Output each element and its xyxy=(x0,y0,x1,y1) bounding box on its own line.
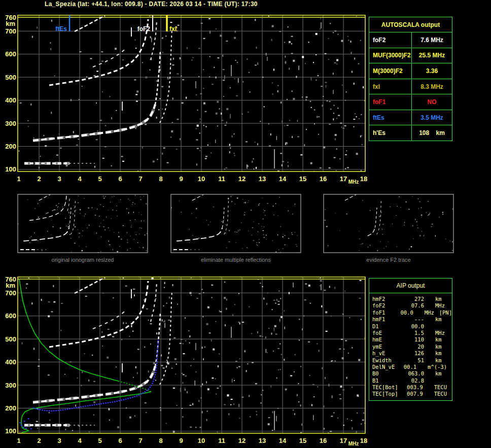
aip-unit: TECU xyxy=(434,391,447,397)
svg-text:500: 500 xyxy=(5,335,16,343)
aip-row-hmf2: hmF2272km xyxy=(372,296,452,302)
aip-name: TEC[Top] xyxy=(372,391,403,397)
aip-row-hve: h_vE126km xyxy=(372,350,452,357)
aip-name: Ewidth xyxy=(372,357,404,364)
svg-text:4: 4 xyxy=(78,437,82,444)
aip-row-foe: foE1.5MHz xyxy=(372,330,452,336)
svg-text:14: 14 xyxy=(279,437,287,444)
chart-border xyxy=(18,15,365,171)
aip-name: foF2 xyxy=(372,302,404,309)
svg-text:600: 600 xyxy=(5,312,16,320)
aip-unit: km xyxy=(435,370,442,377)
svg-text:300: 300 xyxy=(5,120,16,127)
svg-text:3: 3 xyxy=(57,437,61,444)
aip-value: 007.9 xyxy=(403,391,423,397)
aip-row-b1: B102.8 xyxy=(372,377,452,384)
autoscala-row-fof2: foF27.6 MHz xyxy=(369,32,452,48)
autoscala-row-label: M(3000)F2 xyxy=(369,63,412,79)
svg-text:12: 12 xyxy=(238,437,246,444)
aip-table-rows: hmF2272kmfoF207.6MHzfoF100.0MHz[PN]hmF1-… xyxy=(369,293,452,400)
svg-text:15: 15 xyxy=(299,437,306,444)
svg-text:10: 10 xyxy=(198,437,205,444)
aip-value: 1.5 xyxy=(404,330,424,336)
svg-text:2: 2 xyxy=(37,175,41,183)
y-axis-labels: 760700600500400300200100km xyxy=(5,275,16,435)
mini-panel-2 xyxy=(171,194,301,253)
svg-text:400: 400 xyxy=(5,96,16,104)
autoscala-row-m3000f2: M(3000)F23.36 xyxy=(369,63,452,79)
chart-border xyxy=(18,277,365,433)
aip-unit: km xyxy=(435,296,442,302)
autoscala-row-value: 25.5 MHz xyxy=(412,48,452,63)
svg-text:18: 18 xyxy=(360,437,367,444)
svg-text:13: 13 xyxy=(259,437,266,444)
aip-row-fof1: foF100.0MHz[PN] xyxy=(372,309,452,316)
x-axis-labels: 123456789101112131415161718MHz xyxy=(17,175,367,185)
aip-value: 00.1 xyxy=(399,364,416,370)
svg-text:km: km xyxy=(6,282,15,289)
aip-name: TEC[Bot] xyxy=(372,384,403,391)
svg-text:18: 18 xyxy=(360,175,367,183)
aip-row-fof2: foF207.6MHz xyxy=(372,302,452,309)
aip-name: D1 xyxy=(372,323,404,330)
autoscala-row-value: NO xyxy=(412,94,452,110)
svg-text:100: 100 xyxy=(5,165,16,173)
aip-name: h_vE xyxy=(372,350,404,357)
aip-value: 07.6 xyxy=(404,302,424,309)
autoscala-table-header: AUTOSCALA output xyxy=(369,17,452,32)
y-axis-labels: 760700600500400300200100km xyxy=(5,14,16,174)
autoscala-app-window: La_Spezia (lat: +44.1, lon: 009.8) - DAT… xyxy=(0,0,491,448)
autoscala-row-value: 3.5 MHz xyxy=(412,110,452,125)
autoscala-row-label: ftEs xyxy=(369,110,412,125)
autoscala-row-hes: h'Es108 km xyxy=(369,125,452,141)
svg-text:MHz: MHz xyxy=(348,179,359,185)
marker-label-ftes: ftEs xyxy=(55,25,67,32)
aip-output-table: AIP output hmF2272kmfoF207.6MHzfoF100.0M… xyxy=(369,278,452,401)
aip-row-ewidth: Ewidth51km xyxy=(372,357,452,364)
aip-unit: TECU xyxy=(434,384,447,391)
autoscala-row-label: h'Es xyxy=(369,125,412,141)
svg-text:600: 600 xyxy=(5,50,16,58)
svg-text:100: 100 xyxy=(5,427,16,435)
aip-row-tectop: TEC[Top]007.9TECU xyxy=(372,391,452,397)
aip-name: B0 xyxy=(372,370,404,377)
aip-name: ymE xyxy=(372,343,404,350)
aip-value: 063.0 xyxy=(404,370,424,377)
autoscala-row-label: foF2 xyxy=(369,32,412,48)
aip-name: hmF2 xyxy=(372,296,404,302)
autoscala-row-muf3000f2: MUF(3000)F225.5 MHz xyxy=(369,48,452,64)
autoscala-row-value: 8.3 MHz xyxy=(412,79,452,94)
svg-text:400: 400 xyxy=(5,358,16,366)
svg-text:17: 17 xyxy=(340,437,347,444)
svg-text:5: 5 xyxy=(98,437,101,444)
svg-text:1: 1 xyxy=(17,175,20,183)
autoscala-row-label: fxI xyxy=(369,79,412,94)
aip-unit: km xyxy=(435,343,442,350)
aip-value: 00.0 xyxy=(404,323,424,330)
autoscala-row-label: MUF(3000)F2 xyxy=(369,48,412,63)
svg-text:11: 11 xyxy=(218,175,225,183)
aip-value: 126 xyxy=(404,350,424,357)
aip-value: 003.9 xyxy=(403,384,423,391)
svg-text:200: 200 xyxy=(5,143,16,150)
svg-text:16: 16 xyxy=(320,175,327,183)
svg-text:12: 12 xyxy=(238,175,246,183)
aip-value: 110 xyxy=(404,336,424,343)
svg-text:6: 6 xyxy=(118,437,122,444)
svg-text:6: 6 xyxy=(118,175,122,183)
mini-panel-3 xyxy=(324,194,453,253)
aip-unit: km xyxy=(435,316,442,323)
svg-text:MHz: MHz xyxy=(348,441,359,446)
svg-text:700: 700 xyxy=(5,289,16,297)
svg-text:16: 16 xyxy=(320,437,327,444)
panel-caption-eliminate: eliminate multiple reflections xyxy=(170,257,302,263)
aip-value: 20 xyxy=(404,343,424,350)
svg-text:15: 15 xyxy=(299,175,306,183)
svg-text:200: 200 xyxy=(5,404,16,412)
aip-value: 02.8 xyxy=(404,377,424,384)
marker-label-fxi: fxI xyxy=(169,25,177,32)
aip-name: foE xyxy=(372,330,404,336)
svg-text:7: 7 xyxy=(138,175,142,183)
svg-text:5: 5 xyxy=(98,175,101,183)
autoscala-row-fof1: foF1NO xyxy=(369,94,452,110)
